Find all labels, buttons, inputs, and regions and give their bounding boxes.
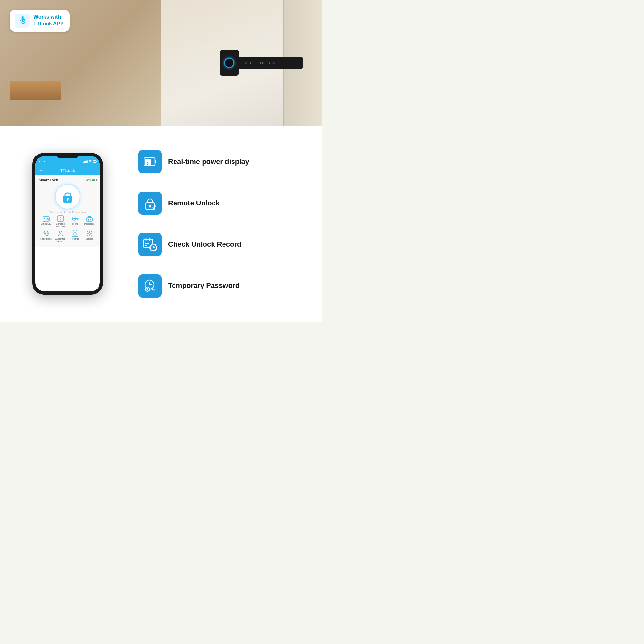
bottom-section: 12:38 ▂▄▆ ← TTLock bbox=[0, 126, 322, 322]
fingerprints-icon bbox=[42, 230, 51, 237]
feature-power-text: Real-time power display bbox=[168, 157, 249, 166]
shelf-decoration bbox=[10, 81, 61, 100]
fingerprint-reader bbox=[224, 58, 234, 68]
settings-label: Settings bbox=[86, 238, 93, 240]
phone-mockup: 12:38 ▂▄▆ ← TTLock bbox=[32, 153, 103, 295]
feature-record-icon-box bbox=[138, 233, 162, 256]
svg-rect-35 bbox=[155, 160, 156, 163]
badge-text: Works with TTLock APP bbox=[33, 14, 64, 27]
svg-point-53 bbox=[149, 284, 150, 285]
feature-remote-text: Remote Unlock bbox=[168, 199, 220, 207]
phone-area: 12:38 ▂▄▆ ← TTLock bbox=[0, 126, 135, 322]
menu-item-send-ekey[interactable]: Send eKey bbox=[39, 215, 53, 228]
battery-fill bbox=[92, 179, 95, 181]
battery-bar bbox=[92, 179, 97, 181]
lock-body bbox=[220, 50, 239, 76]
svg-point-37 bbox=[149, 205, 151, 207]
top-left-panel: Works with TTLock APP bbox=[0, 0, 161, 126]
fingerprints-label: Fingerprints bbox=[40, 238, 51, 240]
svg-point-24 bbox=[90, 219, 91, 220]
feature-record: Check Unlock Record bbox=[138, 233, 312, 256]
status-icons: ▂▄▆ bbox=[83, 160, 97, 163]
battery-percent: 60% bbox=[86, 179, 97, 182]
menu-row-1: Send eKey Generate Passcode bbox=[39, 215, 97, 228]
ttlock-badge: Works with TTLock APP bbox=[10, 10, 70, 32]
background-texture: Works with TTLock APP bbox=[0, 0, 161, 126]
back-button[interactable]: ← bbox=[39, 168, 43, 173]
svg-point-26 bbox=[59, 231, 62, 233]
settings-icon bbox=[85, 230, 94, 237]
svg-rect-7 bbox=[96, 161, 97, 162]
lock-hardware: — ∩ ⊓ ⊤ ∪ ⊔ ⊓ ⊡ ⊟ ⊞ □ # bbox=[220, 50, 303, 76]
app-main-content: Smart Lock 60% bbox=[35, 175, 100, 247]
battery-icon-status bbox=[93, 160, 97, 163]
signal-icon: ▂▄▆ bbox=[83, 160, 88, 163]
app-header: ← TTLock bbox=[35, 165, 100, 175]
feature-temp-icon-box bbox=[138, 274, 162, 298]
generate-passcode-icon bbox=[56, 215, 65, 222]
app-title: TTLock bbox=[60, 168, 75, 173]
svg-point-9 bbox=[67, 198, 69, 200]
send-ekey-label: Send eKey bbox=[41, 223, 51, 225]
lock-keypad: — ∩ ⊓ ⊤ ∪ ⊔ ⊓ ⊡ ⊟ ⊞ □ # bbox=[238, 57, 303, 69]
feature-power-icon-box bbox=[138, 150, 162, 173]
lock-hint: Touch to Unlock, Long Press to Lock bbox=[49, 211, 86, 213]
phone-notch bbox=[56, 153, 79, 158]
menu-item-passcodes[interactable]: Passcodes bbox=[82, 215, 97, 228]
feature-record-text: Check Unlock Record bbox=[168, 240, 241, 249]
svg-rect-11 bbox=[43, 217, 49, 221]
svg-rect-22 bbox=[87, 218, 92, 222]
key-clock-feature-icon bbox=[143, 279, 157, 293]
svg-point-20 bbox=[73, 218, 75, 219]
menu-item-authorized-admin[interactable]: Authorized Admin bbox=[53, 230, 68, 243]
menu-item-fingerprints[interactable]: Fingerprints bbox=[39, 230, 53, 243]
authorized-admin-label: Authorized Admin bbox=[55, 238, 65, 243]
feature-temp-text: Temporary Password bbox=[168, 281, 240, 290]
feature-remote: Remote Unlock bbox=[138, 192, 312, 215]
app-menu: Send eKey Generate Passcode bbox=[39, 215, 97, 242]
lock-name-row: Smart Lock 60% bbox=[39, 178, 97, 182]
lock-circle[interactable] bbox=[55, 184, 81, 210]
calendar-clock-feature-icon bbox=[143, 237, 157, 251]
lock-circle-area[interactable]: Touch to Unlock, Long Press to Lock bbox=[39, 184, 97, 213]
ttlock-hand-icon bbox=[15, 14, 30, 28]
svg-point-55 bbox=[147, 288, 148, 290]
door-background: — ∩ ⊓ ⊤ ∪ ⊔ ⊓ ⊡ ⊟ ⊞ □ # bbox=[161, 0, 322, 126]
svg-point-23 bbox=[88, 219, 89, 220]
generate-passcode-label: Generate Passcode bbox=[56, 223, 65, 228]
lock-name-label: Smart Lock bbox=[39, 178, 58, 182]
passcodes-icon bbox=[85, 215, 94, 222]
records-label: Records bbox=[71, 238, 79, 240]
feature-temp: Temporary Password bbox=[138, 274, 312, 298]
wifi-icon bbox=[89, 160, 92, 163]
menu-item-generate-passcode[interactable]: Generate Passcode bbox=[53, 215, 68, 228]
authorized-admin-icon bbox=[56, 230, 65, 237]
records-icon bbox=[71, 230, 80, 237]
lock-check-feature-icon bbox=[144, 196, 156, 210]
menu-item-ekeys[interactable]: eKeys bbox=[68, 215, 82, 228]
send-ekey-icon bbox=[42, 215, 51, 222]
feature-power: Real-time power display bbox=[138, 150, 312, 173]
menu-item-settings[interactable]: Settings bbox=[82, 230, 97, 243]
phone-screen: 12:38 ▂▄▆ ← TTLock bbox=[35, 156, 100, 291]
features-area: Real-time power display Remote Unlock bbox=[135, 126, 322, 322]
top-right-panel: — ∩ ⊓ ⊤ ∪ ⊔ ⊓ ⊡ ⊟ ⊞ □ # bbox=[161, 0, 322, 126]
ekeys-label: eKeys bbox=[72, 223, 78, 225]
menu-row-2: Fingerprints Authorized Admin bbox=[39, 230, 97, 243]
feature-remote-icon-box bbox=[138, 192, 162, 215]
passcodes-label: Passcodes bbox=[84, 223, 95, 225]
menu-item-records[interactable]: Records bbox=[68, 230, 82, 243]
ekeys-icon bbox=[71, 215, 80, 222]
svg-point-32 bbox=[89, 232, 90, 234]
battery-feature-icon bbox=[144, 156, 156, 167]
svg-rect-12 bbox=[58, 216, 63, 222]
lock-icon bbox=[62, 190, 73, 203]
status-time: 12:38 bbox=[39, 160, 45, 163]
svg-rect-6 bbox=[93, 161, 95, 162]
